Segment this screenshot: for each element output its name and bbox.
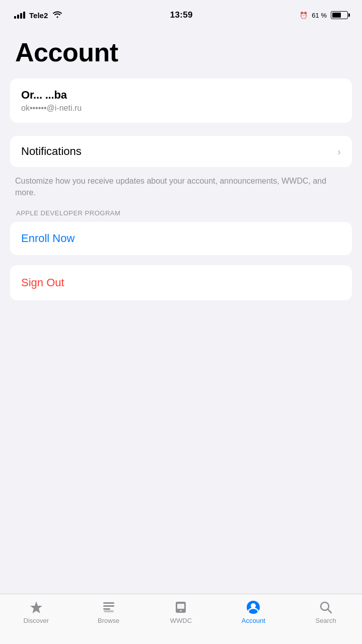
svg-rect-5 xyxy=(177,604,184,609)
account-icon xyxy=(246,600,260,614)
enroll-now-button[interactable]: Enroll Now xyxy=(21,232,75,245)
tab-discover[interactable]: Discover xyxy=(11,600,61,624)
svg-point-8 xyxy=(251,603,256,608)
browse-icon xyxy=(102,600,116,614)
chevron-right-icon: › xyxy=(337,146,341,157)
battery-percent: 61 % xyxy=(312,12,327,19)
notifications-card[interactable]: Notifications › xyxy=(10,136,352,167)
carrier-label: Tele2 xyxy=(29,11,48,20)
battery-icon xyxy=(331,11,348,19)
svg-rect-0 xyxy=(103,602,114,604)
tab-wwdc-label: WWDC xyxy=(170,617,192,624)
sign-out-card[interactable]: Sign Out xyxy=(10,265,352,300)
signal-bars xyxy=(14,12,25,19)
svg-point-9 xyxy=(321,602,329,610)
tab-account-label: Account xyxy=(242,617,265,624)
battery-fill xyxy=(332,13,341,18)
status-right: ⏰ 61 % xyxy=(300,11,348,19)
tab-bar: Discover Browse WWDC Account xyxy=(0,594,362,644)
user-name: Or... ...ba xyxy=(21,89,341,102)
status-bar: Tele2 13:59 ⏰ 61 % xyxy=(0,0,362,27)
notifications-list-item[interactable]: Notifications › xyxy=(10,136,352,167)
tab-wwdc[interactable]: WWDC xyxy=(156,600,206,624)
enroll-card[interactable]: Enroll Now xyxy=(10,222,352,255)
page-title: Account xyxy=(10,37,352,67)
time-display: 13:59 xyxy=(170,10,193,20)
user-email: ok••••••@i-neti.ru xyxy=(21,104,341,113)
sign-out-button[interactable]: Sign Out xyxy=(21,276,64,289)
tab-discover-label: Discover xyxy=(24,617,49,624)
svg-rect-3 xyxy=(104,610,114,612)
discover-icon xyxy=(29,600,43,614)
apple-dev-section-label: APPLE DEVELOPER PROGRAM xyxy=(10,209,352,217)
svg-point-6 xyxy=(180,610,182,612)
tab-browse[interactable]: Browse xyxy=(84,600,134,624)
wwdc-icon xyxy=(174,600,188,614)
svg-rect-2 xyxy=(103,608,110,610)
tab-search-label: Search xyxy=(315,617,336,624)
alarm-icon: ⏰ xyxy=(300,12,308,19)
svg-line-10 xyxy=(328,610,332,613)
main-content: Account Or... ...ba ok••••••@i-neti.ru N… xyxy=(0,27,362,300)
user-card[interactable]: Or... ...ba ok••••••@i-neti.ru xyxy=(10,78,352,123)
svg-rect-1 xyxy=(103,605,114,607)
notifications-description: Customize how you receive updates about … xyxy=(10,172,352,198)
tab-search[interactable]: Search xyxy=(301,600,351,624)
search-icon xyxy=(319,600,333,614)
status-left: Tele2 xyxy=(14,10,63,20)
tab-browse-label: Browse xyxy=(98,617,119,624)
notifications-label: Notifications xyxy=(21,145,82,158)
wifi-icon xyxy=(52,10,63,20)
tab-account[interactable]: Account xyxy=(228,600,278,624)
